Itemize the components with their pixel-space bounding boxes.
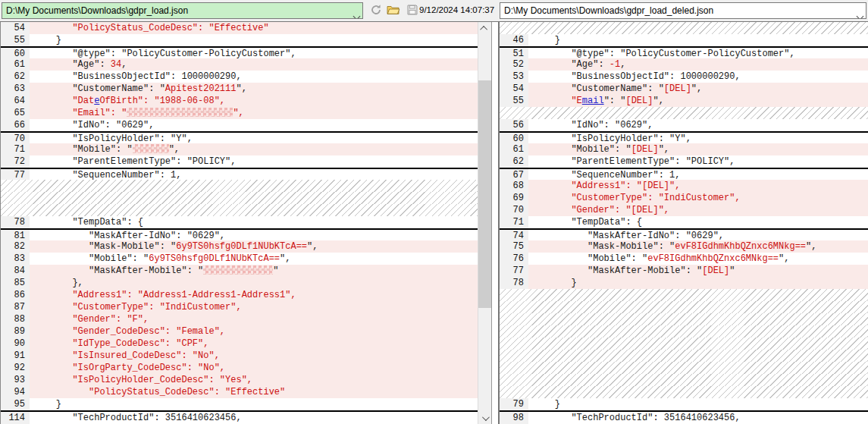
- scroll-up-button[interactable]: [478, 22, 491, 35]
- code-segment: 34: [111, 59, 121, 70]
- line-number: 61: [1, 58, 30, 71]
- diff-row: [500, 338, 868, 350]
- right-file-path: D:\My Documents\Downloads\gdpr_load_dele…: [504, 3, 713, 18]
- code-text: "Mobile": "evF8IGdhmKhbQZnxc6MNkg==",: [528, 253, 868, 265]
- code-line: 62 "BusinessObjectId": 1000000290,: [1, 71, 478, 83]
- line-number: 52: [500, 58, 528, 71]
- code-segment: "BusinessObjectId": 1000000290,: [34, 71, 242, 82]
- diff-row: 72 "ParentElementType": "POLICY",: [1, 155, 478, 168]
- refresh-button[interactable]: [369, 4, 383, 17]
- diff-row: 51 "@type": "PolicyCustomer-PolicyCustom…: [500, 46, 868, 58]
- skipped-lines-hatch: [500, 374, 868, 386]
- line-number: 62: [1, 71, 30, 83]
- line-number: 75: [500, 240, 528, 253]
- code-text: "PolicyStatus_CodeDesc": "Effective": [30, 386, 478, 398]
- diff-row: 56 "IdNo": "0629",: [500, 119, 868, 131]
- code-segment: "IsPolicyHolder": "Y",: [533, 133, 691, 143]
- code-segment: "CustomerType": "IndiCustomer",: [533, 193, 741, 203]
- left-code-rows: 54 "PolicyStatus_CodeDesc": "Effective"5…: [1, 22, 478, 424]
- left-file-path: D:\My Documents\Downloads\gdpr_load.json: [6, 3, 188, 18]
- code-line: 79 }: [500, 398, 868, 410]
- code-line: 72 "ParentElementType": "POLICY",: [1, 155, 478, 168]
- code-segment: }: [533, 35, 560, 46]
- diff-row: 94 "PolicyStatus_CodeDesc": "Effective": [1, 386, 478, 398]
- code-text: "IdNo": "0629",: [30, 119, 478, 131]
- code-text: "BusinessObjectId": 1000000290,: [528, 71, 868, 83]
- pane-splitter[interactable]: [492, 22, 498, 424]
- diff-row: 55 "Email": "[DEL]",: [500, 95, 868, 107]
- code-text: "Address1": "[DEL]",: [528, 180, 868, 192]
- line-number: 88: [1, 313, 30, 325]
- code-line: 76 "Mobile": "evF8IGdhmKhbQZnxc6MNkg==",: [500, 253, 868, 265]
- line-number: 85: [1, 277, 30, 289]
- diff-row: [500, 374, 868, 386]
- code-text: "@type": "PolicyCustomer-PolicyCustomer"…: [30, 48, 478, 58]
- diff-row: 95 }: [1, 398, 478, 410]
- skipped-lines-hatch: [500, 301, 868, 313]
- code-line: 70 "IsPolicyHolder": "Y",: [1, 133, 478, 143]
- code-segment: "Gender": "F",: [34, 314, 149, 325]
- code-line: 51 "@type": "PolicyCustomer-PolicyCustom…: [500, 48, 868, 58]
- diff-row: 78 }: [500, 277, 868, 289]
- skipped-lines-hatch: [500, 325, 868, 338]
- code-line: 78 }: [500, 277, 868, 289]
- code-segment: ",: [233, 108, 243, 118]
- redacted-text: [203, 265, 273, 275]
- code-line: 60 "IsPolicyHolder": "Y",: [500, 133, 868, 143]
- code-line: 93 "IsPolicyHolder_CodeDesc": "Yes",: [1, 374, 478, 386]
- diff-row: [500, 362, 868, 374]
- code-line: 52 "Age": -1,: [500, 58, 868, 71]
- code-line: 91 "IsInsured_CodeDesc": "No",: [1, 350, 478, 362]
- diff-row: 92 "IsOrgParty_CodeDesc": "No",: [1, 362, 478, 374]
- code-line: 81 "MaskAfter-IdNo": "0629",: [1, 230, 478, 240]
- scrollbar-thumb[interactable]: [478, 80, 491, 308]
- right-file-path-combobox[interactable]: D:\My Documents\Downloads\gdpr_load_dele…: [500, 2, 866, 19]
- code-segment: "Address1": "Address1-Address1-Address1"…: [34, 290, 296, 300]
- redacted-text: [127, 108, 233, 117]
- line-number: 56: [500, 119, 528, 131]
- code-line: 66 "IdNo": "0629",: [1, 119, 478, 131]
- skipped-lines-hatch: [1, 180, 478, 192]
- code-text: "Age": -1,: [528, 58, 868, 71]
- code-text: "IsPolicyHolder_CodeDesc": "Yes",: [30, 374, 478, 386]
- code-segment: "Age":: [34, 59, 111, 70]
- code-text: "Mobile": "[DEL]",: [528, 143, 868, 155]
- diff-row: [1, 204, 478, 216]
- line-number: 71: [500, 216, 528, 228]
- line-number: 72: [1, 155, 30, 168]
- chevron-down-icon[interactable]: [354, 8, 359, 19]
- code-text: "IsInsured_CodeDesc": "No",: [30, 350, 478, 362]
- browse-file-button[interactable]: [387, 4, 400, 17]
- code-segment: ",: [659, 144, 669, 155]
- code-text: "CustomerName": "Apitest202111",: [30, 83, 478, 95]
- code-text: "CustomerType": "IndiCustomer",: [30, 301, 478, 313]
- code-text: "Age": 34,: [30, 58, 478, 71]
- code-line: 46 }: [500, 34, 868, 46]
- open-folder-icon: [387, 7, 400, 18]
- code-segment: },: [34, 278, 83, 288]
- diff-row: 60 "@type": "PolicyCustomer-PolicyCustom…: [1, 46, 478, 58]
- diff-row: 46 }: [500, 34, 868, 46]
- diff-row: 87 "CustomerType": "IndiCustomer",: [1, 301, 478, 313]
- vertical-scrollbar[interactable]: [478, 22, 491, 424]
- line-number: 60: [500, 133, 528, 143]
- code-text: }: [30, 34, 478, 46]
- code-line: 68 "Address1": "[DEL]",: [500, 180, 868, 192]
- file-header-bar: D:\My Documents\Downloads\gdpr_load.json: [0, 0, 868, 21]
- code-line: 92 "IsOrgParty_CodeDesc": "No",: [1, 362, 478, 374]
- scroll-down-button[interactable]: [478, 412, 491, 424]
- line-number: 82: [1, 240, 30, 253]
- code-segment: [DEL]: [625, 96, 653, 106]
- code-segment: "TempData": {: [34, 217, 143, 228]
- code-segment: evF8IGdhmKhbQZnxc6MNkg==: [675, 241, 806, 252]
- code-text: "Mask-Mobile": "6y9TS0hsfg0DLf1NUbKTcA==…: [30, 240, 478, 253]
- diff-row: 69 "CustomerType": "IndiCustomer",: [500, 192, 868, 204]
- code-text: "TechProductId": 3516410623456,: [30, 412, 478, 422]
- code-line: 85 },: [1, 277, 478, 289]
- save-button[interactable]: [406, 4, 419, 17]
- left-file-path-combobox[interactable]: D:\My Documents\Downloads\gdpr_load.json: [2, 2, 363, 19]
- code-text: "CustomerType": "IndiCustomer",: [528, 192, 868, 204]
- code-segment: 6y9TS0hsfg0DLf1NUbKTcA==: [149, 253, 280, 264]
- chevron-down-icon[interactable]: [857, 8, 863, 19]
- diff-row: 79 }: [500, 398, 868, 410]
